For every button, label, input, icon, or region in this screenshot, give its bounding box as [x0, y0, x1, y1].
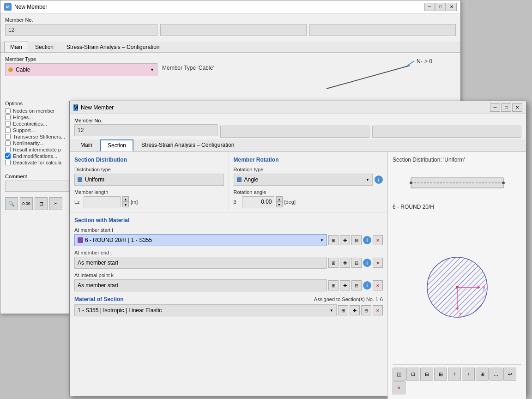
- rt-btn1[interactable]: ◫: [393, 368, 405, 381]
- dist-type-label: Distribution type: [74, 167, 224, 172]
- rot-type-label: Rotation type: [234, 167, 383, 172]
- svg-text:z: z: [459, 311, 462, 318]
- internal-copy-button[interactable]: ⊟: [351, 280, 362, 290]
- start-delete-button[interactable]: ✕: [373, 235, 383, 245]
- beta-down-button[interactable]: ▼: [276, 202, 283, 207]
- dist-type-select[interactable]: Uniform: [74, 174, 224, 186]
- material-title: Material of Section: [74, 296, 124, 302]
- dialog-minimize-button[interactable]: ─: [490, 103, 500, 112]
- material-select[interactable]: 1 - S355 | Isotropic | Linear Elastic ▼: [74, 304, 337, 316]
- bg-opt-transverse-check[interactable]: [5, 134, 11, 139]
- dialog-restore-button[interactable]: □: [501, 103, 511, 112]
- start-new-button[interactable]: ✚: [340, 235, 350, 245]
- dialog-member-no-input[interactable]: [74, 124, 218, 136]
- end-row: As member start ⊞ ✚ ⊟ i ✕: [74, 257, 383, 269]
- material-delete-button[interactable]: ✕: [373, 305, 383, 315]
- lz-input[interactable]: [84, 196, 121, 207]
- material-new-button[interactable]: ✚: [350, 305, 360, 315]
- rt-btn7[interactable]: ⊞: [476, 368, 489, 381]
- bg-opt-nodes-check[interactable]: [5, 108, 11, 114]
- bg-opt-eccentricities-check[interactable]: [5, 121, 11, 127]
- internal-delete-button[interactable]: ✕: [373, 280, 383, 290]
- end-info-button[interactable]: i: [363, 259, 371, 267]
- rt-btn2[interactable]: ⊡: [406, 368, 419, 381]
- rt-btn8[interactable]: …: [490, 368, 502, 381]
- dialog-tab-section[interactable]: Section: [100, 139, 133, 151]
- svg-text:N₁ > 0: N₁ > 0: [417, 58, 432, 65]
- member-rot-title: Member Rotation: [234, 157, 383, 163]
- dialog-close-button[interactable]: ✕: [512, 103, 522, 112]
- beta-input[interactable]: [242, 196, 274, 207]
- internal-new-button[interactable]: ✚: [340, 280, 350, 290]
- internal-info-button[interactable]: i: [363, 281, 371, 290]
- beta-unit: [deg]: [284, 199, 296, 205]
- rot-type-info-button[interactable]: i: [375, 175, 383, 184]
- end-section-select[interactable]: As member start: [74, 257, 327, 269]
- start-info-button[interactable]: i: [363, 236, 371, 244]
- internal-table-button[interactable]: ⊞: [328, 280, 339, 290]
- bg-member-type-select[interactable]: Cable ▼: [5, 63, 157, 76]
- dialog-body: Section Distribution Distribution type U…: [70, 152, 526, 399]
- end-delete-button[interactable]: ✕: [373, 258, 383, 268]
- member-length-row: Lz ▲ ▼ [m]: [74, 196, 224, 207]
- bg-coord-button[interactable]: 0.00: [20, 197, 33, 210]
- bg-restore-button[interactable]: □: [435, 3, 446, 11]
- bg-minimize-button[interactable]: ─: [424, 3, 435, 11]
- cable-dot-icon: [8, 67, 13, 72]
- bg-opt-nonlinearity-check[interactable]: [5, 140, 11, 146]
- dialog-title: New Member: [81, 104, 487, 111]
- rt-btn4[interactable]: ⊞: [434, 368, 447, 381]
- bg-member-no-input[interactable]: [5, 24, 157, 36]
- start-table-button[interactable]: ⊞: [328, 235, 339, 245]
- bg-opt-transverse-label: Transverse Stiffeners...: [13, 134, 65, 139]
- section-with-material-panel: Section with Material At member start i …: [70, 212, 387, 399]
- rt-btn10[interactable]: ✕: [393, 381, 405, 394]
- start-copy-button[interactable]: ⊟: [351, 235, 362, 245]
- rt-btn6[interactable]: I: [462, 368, 475, 381]
- bg-opt-result-check[interactable]: [5, 147, 11, 152]
- rt-btn9[interactable]: ↩: [503, 368, 516, 381]
- rot-type-row: Angle ▼ i: [234, 174, 383, 186]
- bg-opt-hinges-label: Hinges...: [13, 115, 33, 120]
- bg-opt-hinges-check[interactable]: [5, 115, 11, 120]
- lz-down-button[interactable]: ▼: [122, 202, 129, 207]
- circle-section-svg: y z: [420, 250, 494, 324]
- end-table-button[interactable]: ⊞: [328, 258, 339, 268]
- material-copy-button[interactable]: ⊟: [361, 305, 371, 315]
- rt-btn3[interactable]: ⊟: [420, 368, 433, 381]
- svg-text:y: y: [483, 284, 485, 290]
- bg-opt-end-mods-check[interactable]: [5, 153, 11, 159]
- bg-zoom-button[interactable]: ⊡: [35, 197, 48, 210]
- circle-section-preview: y z: [393, 214, 521, 361]
- bg-opt-end-mods-label: End modifications...: [13, 153, 57, 159]
- internal-section-select[interactable]: As member start: [74, 279, 327, 291]
- bg-opt-nodes-label: Nodes on member: [13, 108, 55, 114]
- end-new-button[interactable]: ✚: [340, 258, 350, 268]
- bg-cut-button[interactable]: ✂: [49, 197, 62, 210]
- rot-type-select[interactable]: Angle ▼: [234, 174, 373, 186]
- rot-type-arrow-icon: ▼: [366, 178, 369, 182]
- rt-btn5[interactable]: T: [448, 368, 461, 381]
- top-panels-row: Section Distribution Distribution type U…: [70, 152, 387, 212]
- svg-point-5: [410, 181, 412, 184]
- end-copy-button[interactable]: ⊟: [351, 258, 362, 268]
- bg-member-no-label: Member No.: [5, 17, 456, 23]
- bg-close-button[interactable]: ✕: [447, 3, 457, 11]
- material-table-button[interactable]: ⊞: [338, 305, 348, 315]
- bg-tab-main[interactable]: Main: [4, 42, 28, 52]
- dialog-tab-stress[interactable]: Stress-Strain Analysis – Configuration: [134, 139, 241, 151]
- bg-opt-deactivate-check[interactable]: [5, 160, 11, 165]
- dialog-tab-main[interactable]: Main: [73, 139, 99, 151]
- bg-comment-input[interactable]: [5, 181, 70, 192]
- bg-search-button[interactable]: 🔍: [5, 197, 18, 210]
- bg-tab-stress[interactable]: Stress-Strain Analysis – Configuration: [60, 42, 165, 52]
- material-row: 1 - S355 | Isotropic | Linear Elastic ▼ …: [74, 304, 383, 316]
- main-dialog: M New Member ─ □ ✕ Member No. Main Secti…: [69, 101, 526, 396]
- material-assigned-label: Assigned to Section(s) No. 1-6: [314, 296, 383, 302]
- material-arrow-icon: ▼: [330, 308, 333, 313]
- bg-tab-section[interactable]: Section: [29, 42, 60, 52]
- beta-up-button[interactable]: ▲: [276, 196, 283, 202]
- lz-up-button[interactable]: ▲: [122, 196, 129, 202]
- bg-opt-support-check[interactable]: [5, 127, 11, 133]
- start-section-select[interactable]: 6 - ROUND 20/H | 1 - S355 ▼: [74, 234, 327, 246]
